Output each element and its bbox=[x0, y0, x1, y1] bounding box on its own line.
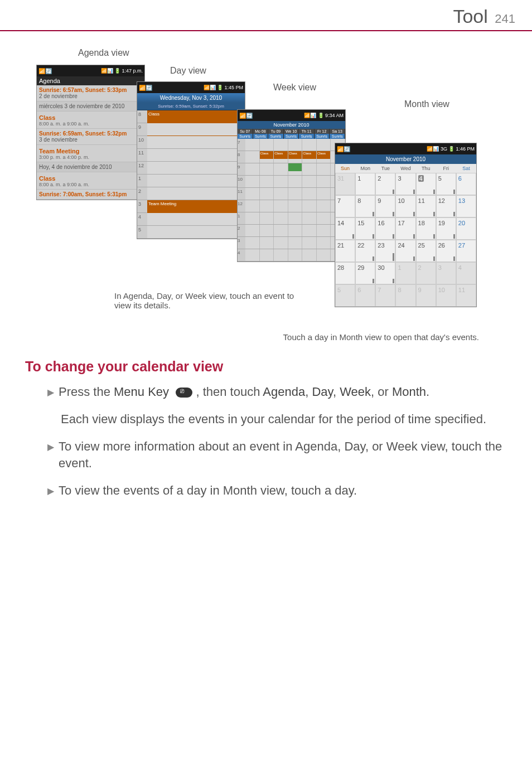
agenda-row[interactable]: Team Meeting 3:00 p. m. a 4:00 p. m. bbox=[37, 145, 144, 162]
sunrise-text: Sunrise: 7:00am, Sunset: 5:31pm bbox=[39, 191, 142, 197]
month-day[interactable]: 6 bbox=[456, 173, 476, 195]
month-day[interactable]: 30 bbox=[375, 262, 395, 284]
day-screenshot: 📶🔄 📶📊 🔋 1:45 PM Wednesday, Nov 3, 2010 S… bbox=[137, 81, 245, 239]
month-day[interactable]: 16 bbox=[375, 217, 395, 240]
status-bar: 📶🔄 📶📊 🔋 9:34 AM bbox=[238, 110, 345, 121]
hour-row[interactable]: 8Class bbox=[137, 110, 245, 123]
day-sunrise: Sunrise: 6:59am, Sunset: 5:32pm bbox=[137, 103, 245, 110]
instruction-text: To view the events of a day in Month vie… bbox=[59, 482, 507, 500]
month-day[interactable]: 11 bbox=[456, 284, 476, 307]
hour-row[interactable]: 10 bbox=[137, 136, 245, 149]
month-day[interactable]: 28 bbox=[335, 262, 355, 284]
month-day[interactable]: 25 bbox=[416, 240, 436, 262]
month-day[interactable]: 3 bbox=[395, 173, 415, 195]
month-day[interactable]: 26 bbox=[436, 240, 456, 262]
section-title: To change your calendar view bbox=[25, 359, 507, 375]
signal-icon: 📶🔄 bbox=[139, 85, 152, 91]
agenda-screenshot: 📶🔄 📶📊 🔋 1:47 p.m. Agenda Sunrise: 6:57am… bbox=[36, 65, 145, 200]
month-day[interactable]: 9 bbox=[416, 284, 436, 307]
month-day[interactable]: 6 bbox=[355, 284, 375, 307]
month-day[interactable]: 14 bbox=[335, 217, 355, 240]
month-day[interactable]: 13 bbox=[456, 195, 476, 217]
event-block[interactable]: Class bbox=[260, 151, 274, 159]
month-day[interactable]: 31 bbox=[335, 173, 355, 195]
month-day[interactable]: 12 bbox=[436, 195, 456, 217]
month-day[interactable]: 20 bbox=[456, 217, 476, 240]
week-day-headers: Su 07 Mo 08 Tu 09 We 10 Th 11 Fr 12 Sa 1… bbox=[238, 129, 345, 134]
event-title: Class bbox=[39, 114, 142, 121]
month-day-today[interactable]: 4 bbox=[416, 173, 436, 195]
month-day[interactable]: 21 bbox=[335, 240, 355, 262]
agenda-row[interactable]: Sunrise: 6:57am, Sunset: 5:33pm 2 de nov… bbox=[37, 85, 144, 101]
month-day[interactable]: 29 bbox=[355, 262, 375, 284]
month-dow-row: Sun Mon Tue Wed Thu Fri Sat bbox=[335, 164, 476, 173]
status-right: 📶📊 🔋 1:45 PM bbox=[204, 85, 243, 90]
agenda-title: Agenda bbox=[37, 76, 144, 85]
month-day[interactable]: 2 bbox=[416, 262, 436, 284]
instruction-text: To view more information about an event … bbox=[59, 438, 507, 473]
signal-icon: 📶🔄 bbox=[337, 146, 350, 152]
agenda-row[interactable]: Sunrise: 6:59am, Sunset: 5:32pm 3 de nov… bbox=[37, 129, 144, 145]
agenda-row[interactable]: Class 8:00 a. m. a 9:00 a. m. bbox=[37, 112, 144, 129]
month-day[interactable]: 1 bbox=[355, 173, 375, 195]
hour-row[interactable]: 9 bbox=[137, 123, 245, 136]
month-day[interactable]: 10 bbox=[395, 195, 415, 217]
month-day[interactable]: 27 bbox=[456, 240, 476, 262]
month-day[interactable]: 11 bbox=[416, 195, 436, 217]
month-day[interactable]: 10 bbox=[436, 284, 456, 307]
month-day[interactable]: 7 bbox=[375, 284, 395, 307]
month-day[interactable]: 24 bbox=[395, 240, 415, 262]
bullet-icon: ▶ bbox=[47, 442, 54, 452]
event-block[interactable]: Class bbox=[288, 151, 302, 159]
month-day[interactable]: 5 bbox=[335, 284, 355, 307]
instruction-text: Press the Menu Key , then touch Agenda, … bbox=[59, 384, 507, 401]
month-day[interactable]: 19 bbox=[436, 217, 456, 240]
signal-icon: 📶🔄 bbox=[239, 113, 253, 119]
agenda-row[interactable]: Sunrise: 7:00am, Sunset: 5:31pm bbox=[37, 190, 144, 200]
event-block[interactable]: Class bbox=[302, 151, 316, 159]
status-right: 📶📊 3G 🔋 1:46 PM bbox=[427, 146, 475, 152]
signal-icon: 📶🔄 bbox=[38, 68, 52, 74]
event-time: 3:00 p. m. a 4:00 p. m. bbox=[39, 154, 142, 160]
month-day[interactable]: 18 bbox=[416, 217, 436, 240]
event-block[interactable]: Class bbox=[274, 151, 288, 159]
month-day[interactable]: 15 bbox=[355, 217, 375, 240]
bullet-icon: ▶ bbox=[47, 387, 54, 398]
event-time: 8:00 a. m. a 9:00 a. m. bbox=[39, 182, 142, 187]
page-number: 241 bbox=[495, 12, 515, 26]
event-title: Team Meeting bbox=[39, 148, 142, 154]
hour-row[interactable]: 3Team Meeting bbox=[137, 200, 245, 213]
event-block[interactable]: Team Meeting bbox=[147, 200, 245, 213]
month-day[interactable]: 23 bbox=[375, 240, 395, 262]
hour-row[interactable]: 5 bbox=[137, 226, 245, 239]
month-day[interactable]: 4 bbox=[456, 262, 476, 284]
sunrise-text: Sunrise: 6:59am, Sunset: 5:32pm bbox=[39, 130, 142, 137]
month-day[interactable]: 8 bbox=[395, 284, 415, 307]
month-day[interactable]: 8 bbox=[355, 195, 375, 217]
label-month-view: Month view bbox=[404, 99, 449, 109]
agenda-row[interactable]: miércoles 3 de noviembre de 2010 bbox=[37, 101, 144, 112]
hour-row[interactable]: 1 bbox=[137, 175, 245, 187]
hour-row[interactable]: 11 bbox=[137, 149, 245, 162]
agenda-row[interactable]: Hoy, 4 de noviembre de 2010 bbox=[37, 162, 144, 172]
header-title: Tool bbox=[453, 6, 487, 27]
date-text: 2 de noviembre bbox=[39, 93, 142, 99]
status-right: 📶📊 🔋 1:47 p.m. bbox=[101, 68, 143, 74]
hour-row[interactable]: 12 bbox=[137, 162, 245, 175]
month-day[interactable]: 7 bbox=[335, 195, 355, 217]
hour-row[interactable]: 2 bbox=[137, 187, 245, 200]
day-date: Wednesday, Nov 3, 2010 bbox=[137, 93, 245, 103]
month-day[interactable]: 22 bbox=[355, 240, 375, 262]
month-day[interactable]: 9 bbox=[375, 195, 395, 217]
month-day[interactable]: 1 bbox=[395, 262, 415, 284]
hour-row[interactable]: 4 bbox=[137, 213, 245, 226]
month-day[interactable]: 5 bbox=[436, 173, 456, 195]
date-text: 3 de noviembre bbox=[39, 137, 142, 143]
menu-key-icon bbox=[176, 388, 192, 398]
event-block[interactable]: Class bbox=[317, 151, 331, 159]
month-day[interactable]: 2 bbox=[375, 173, 395, 195]
month-day[interactable]: 17 bbox=[395, 217, 415, 240]
agenda-row[interactable]: Class 8:00 a. m. a 9:00 a. m. bbox=[37, 172, 144, 190]
month-day[interactable]: 3 bbox=[436, 262, 456, 284]
label-day-view: Day view bbox=[170, 66, 206, 76]
